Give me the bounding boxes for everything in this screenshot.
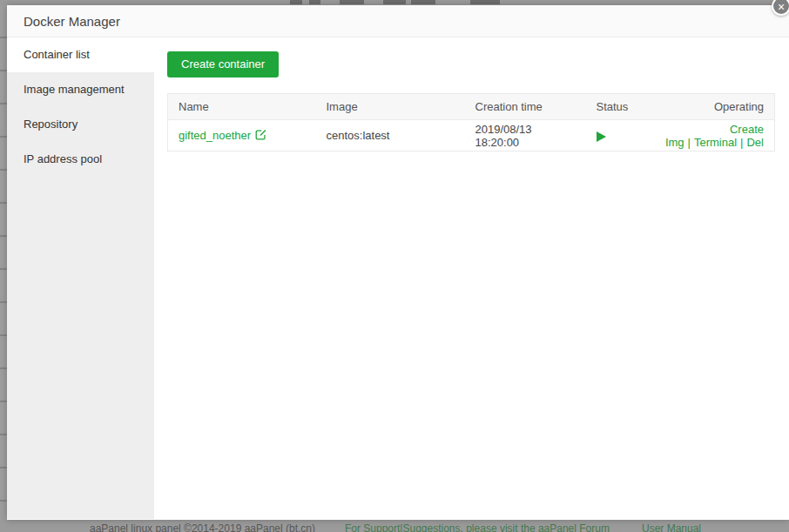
container-creation-time: 2019/08/13 18:20:00 — [465, 120, 586, 152]
terminal-link[interactable]: Terminal — [694, 136, 737, 149]
container-name-link[interactable]: gifted_noether — [179, 129, 266, 143]
dialog-sidebar: Container list Image management Reposito… — [7, 37, 154, 519]
background-text-fragment — [383, 0, 406, 4]
container-name: gifted_noether — [179, 129, 251, 142]
dialog-title: Docker Manager — [7, 5, 789, 37]
status-running-icon — [597, 131, 606, 142]
sidebar-item-ip-address-pool[interactable]: IP address pool — [7, 142, 154, 177]
background-text-fragment — [411, 0, 435, 4]
table-header-row: Name Image Creation time Status Operatin… — [168, 94, 775, 120]
table-row: gifted_noether centos:latest 2019/ — [168, 120, 775, 152]
sidebar-item-container-list[interactable]: Container list — [7, 37, 154, 72]
dialog-content: Create container Name Image Creation tim… — [154, 37, 789, 519]
sidebar-item-image-management[interactable]: Image management — [7, 72, 154, 107]
close-icon[interactable]: × — [772, 0, 789, 16]
action-separator: | — [684, 136, 694, 149]
background-page-edge — [0, 5, 7, 520]
create-container-button[interactable]: Create container — [167, 51, 279, 77]
action-separator: | — [737, 136, 746, 149]
footer-copyright: aaPanel linux panel ©2014-2019 aaPanel (… — [90, 522, 315, 532]
column-header-creation-time: Creation time — [465, 94, 586, 120]
container-image: centos:latest — [316, 120, 465, 152]
footer-forum-link[interactable]: For Support|Suggestions, please visit th… — [345, 522, 610, 532]
edit-icon[interactable] — [255, 129, 266, 143]
column-header-operating: Operating — [632, 94, 775, 120]
column-header-name: Name — [168, 94, 316, 120]
background-text-fragment — [470, 0, 500, 4]
background-text-fragment — [340, 0, 364, 4]
del-link[interactable]: Del — [746, 136, 764, 149]
background-text-fragment — [290, 0, 302, 4]
sidebar-item-repository[interactable]: Repository — [7, 107, 154, 142]
background-text-fragment — [309, 0, 320, 4]
overlay-bottom-strip: aaPanel linux panel ©2014-2019 aaPanel (… — [0, 520, 789, 532]
docker-manager-dialog: × Docker Manager Container list Image ma… — [7, 5, 789, 520]
column-header-status: Status — [586, 94, 632, 120]
footer-user-manual-link[interactable]: User Manual — [642, 522, 701, 532]
column-header-image: Image — [316, 94, 465, 120]
container-table: Name Image Creation time Status Operatin… — [167, 93, 775, 152]
